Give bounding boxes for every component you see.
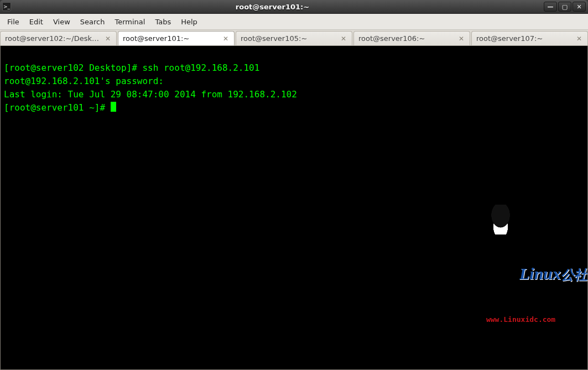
terminal-line: [root@server102 Desktop]# ssh root@192.1… (4, 62, 259, 73)
menubar: File Edit View Search Terminal Tabs Help (0, 14, 588, 30)
close-icon[interactable]: ✕ (340, 35, 347, 43)
menu-terminal[interactable]: Terminal (110, 15, 150, 28)
terminal-viewport[interactable]: [root@server102 Desktop]# ssh root@192.1… (0, 46, 588, 370)
close-icon[interactable]: ✕ (575, 35, 583, 43)
tab-label: root@server105:~ (241, 34, 307, 43)
close-button[interactable]: ✕ (573, 2, 586, 12)
watermark-brand-cn: 公社 (561, 268, 587, 282)
tab-server107[interactable]: root@server107:~ ✕ (471, 31, 588, 45)
tux-icon (486, 205, 515, 234)
minimize-button[interactable]: — (544, 2, 557, 12)
menu-search[interactable]: Search (75, 15, 110, 28)
window-title: root@server101:~ (2, 3, 543, 11)
terminal-prompt: [root@server101 ~]# (4, 102, 111, 113)
watermark: Linux公社 www.Linuxidc.com (465, 191, 587, 366)
tab-label: root@server102:~/Desktop (5, 34, 101, 43)
close-icon[interactable]: ✕ (222, 35, 230, 43)
menu-view[interactable]: View (48, 15, 75, 28)
terminal-cursor (111, 102, 116, 112)
tab-strip: root@server102:~/Desktop ✕ root@server10… (0, 30, 588, 46)
watermark-url: www.Linuxidc.com (486, 313, 587, 326)
menu-help[interactable]: Help (176, 15, 202, 28)
tab-server101[interactable]: root@server101:~ ✕ (118, 31, 235, 45)
watermark-brand: Linux (519, 264, 561, 283)
close-icon[interactable]: ✕ (104, 35, 112, 43)
tab-label: root@server107:~ (476, 34, 543, 43)
tab-server106[interactable]: root@server106:~ ✕ (353, 31, 470, 45)
close-icon[interactable]: ✕ (457, 35, 465, 43)
menu-edit[interactable]: Edit (24, 15, 48, 28)
menu-file[interactable]: File (2, 15, 24, 28)
window-titlebar: >_ root@server101:~ — ▢ ✕ (0, 0, 588, 14)
terminal-line: Last login: Tue Jul 29 08:47:00 2014 fro… (4, 89, 297, 100)
tab-label: root@server101:~ (123, 34, 189, 43)
tab-label: root@server106:~ (358, 34, 425, 43)
tab-server105[interactable]: root@server105:~ ✕ (236, 31, 352, 45)
menu-tabs[interactable]: Tabs (150, 15, 176, 28)
terminal-line: root@192.168.2.101's password: (4, 76, 169, 86)
tab-server102-desktop[interactable]: root@server102:~/Desktop ✕ (0, 31, 117, 45)
maximize-button[interactable]: ▢ (558, 2, 571, 12)
